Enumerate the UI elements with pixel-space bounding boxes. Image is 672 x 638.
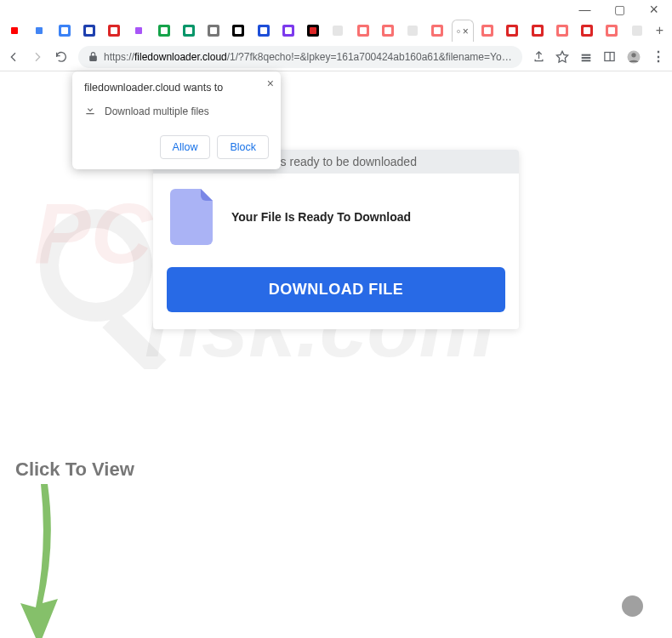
svg-point-34 xyxy=(457,30,459,32)
tab[interactable] xyxy=(377,20,399,42)
tab[interactable] xyxy=(576,20,598,42)
sidepanel-icon[interactable] xyxy=(603,50,616,63)
svg-rect-11 xyxy=(135,27,142,34)
window-maximize-button[interactable]: ▢ xyxy=(614,3,625,16)
tab[interactable] xyxy=(28,20,50,42)
tab[interactable] xyxy=(153,20,175,42)
favicon-icon xyxy=(581,25,593,37)
close-icon[interactable]: × xyxy=(267,77,274,90)
tab[interactable] xyxy=(426,20,448,42)
svg-rect-36 xyxy=(484,27,491,34)
menu-dots-icon[interactable]: ⋮ xyxy=(652,48,665,65)
window-titlebar: — ▢ × xyxy=(0,0,672,19)
download-file-title: Your File Is Ready To Download xyxy=(231,210,411,224)
tab[interactable] xyxy=(327,20,349,42)
tab[interactable] xyxy=(253,20,275,42)
svg-rect-31 xyxy=(407,26,418,36)
new-tab-button[interactable]: + xyxy=(651,23,669,38)
tab[interactable] xyxy=(128,20,150,42)
reload-button[interactable] xyxy=(54,50,68,64)
tab[interactable] xyxy=(3,20,26,42)
svg-rect-5 xyxy=(61,27,68,34)
tab[interactable] xyxy=(78,20,100,42)
svg-rect-42 xyxy=(559,27,566,34)
tab[interactable] xyxy=(501,20,523,42)
favicon-icon xyxy=(183,25,195,37)
svg-rect-3 xyxy=(36,27,43,34)
favicon-icon xyxy=(232,25,244,37)
svg-rect-33 xyxy=(434,27,441,34)
tab[interactable] xyxy=(476,20,498,42)
tab[interactable] xyxy=(302,20,324,42)
tab-strip: ×+ xyxy=(0,19,672,43)
svg-rect-17 xyxy=(210,27,217,34)
extension-icon[interactable] xyxy=(579,50,593,64)
favicon-icon xyxy=(407,25,419,37)
toolbar: https://filedownloader.cloud/1/?7fk8qech… xyxy=(0,43,672,71)
svg-rect-50 xyxy=(582,60,591,61)
download-card: File is ready to be downloaded Your File… xyxy=(153,150,519,329)
svg-rect-9 xyxy=(111,27,117,34)
tab[interactable] xyxy=(277,20,299,42)
tab[interactable] xyxy=(401,20,424,42)
share-icon[interactable] xyxy=(532,50,545,63)
gallery-next-button[interactable] xyxy=(622,595,643,617)
tab[interactable] xyxy=(202,20,225,42)
svg-rect-38 xyxy=(509,27,515,34)
lock-icon xyxy=(87,51,99,63)
tab[interactable] xyxy=(352,20,374,42)
download-icon xyxy=(84,104,96,118)
tab-active[interactable]: × xyxy=(452,20,474,42)
svg-rect-28 xyxy=(360,27,367,34)
tab[interactable] xyxy=(227,20,249,42)
favicon-icon xyxy=(556,25,568,37)
favicon-icon xyxy=(208,25,219,37)
svg-rect-15 xyxy=(185,27,192,34)
back-button[interactable] xyxy=(7,50,20,64)
favicon-icon xyxy=(33,25,45,37)
tab[interactable] xyxy=(625,20,647,42)
allow-button[interactable]: Allow xyxy=(160,135,211,159)
tab[interactable] xyxy=(601,20,623,42)
svg-rect-40 xyxy=(534,27,541,34)
svg-rect-49 xyxy=(582,57,591,59)
svg-rect-26 xyxy=(333,26,343,36)
favicon-icon: × xyxy=(457,26,469,37)
overlay-cta: Click To View xyxy=(15,459,134,638)
favicon-icon xyxy=(59,25,71,37)
download-file-button[interactable]: DOWNLOAD FILE xyxy=(167,267,505,312)
permission-origin: filedownloader.cloud wants to xyxy=(84,82,269,94)
tab[interactable] xyxy=(178,20,200,42)
block-button[interactable]: Block xyxy=(217,135,269,159)
svg-rect-44 xyxy=(584,27,590,34)
tab[interactable] xyxy=(551,20,573,42)
forward-button[interactable] xyxy=(31,50,44,64)
page-content: PC risk.com × filedownloader.cloud wants… xyxy=(0,71,672,638)
svg-rect-21 xyxy=(260,27,267,34)
svg-rect-30 xyxy=(384,27,391,34)
favicon-icon xyxy=(357,25,369,37)
svg-rect-47 xyxy=(632,26,642,36)
window-close-button[interactable]: × xyxy=(649,1,658,19)
favicon-icon xyxy=(83,25,95,37)
tab[interactable] xyxy=(54,20,76,42)
svg-rect-1 xyxy=(11,27,18,34)
click-to-view-text: Click To View xyxy=(15,459,134,481)
favicon-icon xyxy=(108,25,120,37)
tab[interactable] xyxy=(526,20,548,42)
permission-detail-text: Download multiple files xyxy=(105,105,209,117)
url-text: https://filedownloader.cloud/1/?7fk8qech… xyxy=(104,51,514,63)
svg-text:PC: PC xyxy=(34,185,154,281)
svg-point-54 xyxy=(631,53,635,57)
profile-avatar-icon[interactable] xyxy=(626,49,641,65)
svg-rect-19 xyxy=(235,27,242,34)
svg-rect-25 xyxy=(310,27,316,34)
favicon-icon xyxy=(307,25,319,37)
favicon-icon xyxy=(158,25,170,37)
bookmark-star-icon[interactable] xyxy=(555,50,569,64)
tab[interactable] xyxy=(103,20,125,42)
svg-rect-46 xyxy=(608,27,615,34)
address-bar[interactable]: https://filedownloader.cloud/1/?7fk8qech… xyxy=(78,46,522,68)
window-minimize-button[interactable]: — xyxy=(578,3,590,16)
svg-rect-23 xyxy=(285,27,292,34)
